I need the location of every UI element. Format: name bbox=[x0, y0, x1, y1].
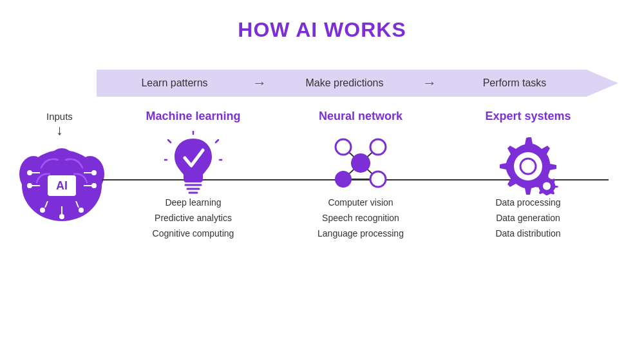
es-item-3: Data distribution bbox=[495, 226, 560, 242]
arrow-sep-2: → bbox=[422, 75, 437, 92]
arrow-label-1: Learn patterns bbox=[97, 77, 252, 89]
arrow-sep-1: → bbox=[252, 75, 267, 92]
es-component: Expert systems Data processing Data gene… bbox=[457, 110, 599, 241]
svg-point-8 bbox=[91, 183, 97, 188]
svg-point-6 bbox=[27, 183, 32, 188]
nn-title: Neural network bbox=[319, 110, 402, 123]
brain-icon: AI bbox=[14, 134, 109, 229]
svg-line-23 bbox=[216, 140, 218, 142]
gear-icon bbox=[496, 131, 560, 195]
ml-component: Machine learning Deep learning Predictiv… bbox=[122, 110, 264, 241]
arrow-label-3: Perform tasks bbox=[437, 77, 618, 89]
svg-line-22 bbox=[168, 140, 171, 142]
svg-point-7 bbox=[91, 170, 97, 175]
svg-point-39 bbox=[514, 152, 542, 180]
svg-point-34 bbox=[336, 139, 351, 155]
nn-item-2: Speech recognition bbox=[317, 211, 404, 226]
ml-item-1: Deep learning bbox=[153, 195, 234, 211]
brain-container: AI bbox=[14, 134, 109, 232]
ml-list: Deep learning Predictive analytics Cogni… bbox=[153, 195, 234, 241]
neural-network-icon bbox=[332, 131, 390, 195]
svg-point-38 bbox=[370, 171, 386, 187]
svg-point-41 bbox=[543, 182, 551, 190]
lightbulb-icon bbox=[164, 131, 222, 195]
es-item-2: Data generation bbox=[495, 211, 560, 226]
svg-point-36 bbox=[370, 139, 386, 155]
ml-title: Machine learning bbox=[146, 110, 240, 123]
svg-point-5 bbox=[27, 170, 32, 175]
nn-item-1: Computer vision bbox=[317, 195, 404, 211]
svg-point-35 bbox=[352, 154, 370, 172]
svg-point-10 bbox=[59, 214, 64, 219]
svg-point-9 bbox=[40, 208, 45, 213]
ml-item-2: Predictive analytics bbox=[153, 211, 234, 226]
es-title: Expert systems bbox=[485, 110, 571, 123]
nn-component: Neural network Computer vision Speech re… bbox=[290, 110, 431, 241]
svg-point-37 bbox=[336, 171, 351, 187]
es-list: Data processing Data generation Data dis… bbox=[495, 195, 560, 241]
nn-list: Computer vision Speech recognition Langu… bbox=[317, 195, 404, 241]
arrow-labels: Learn patterns → Make predictions → Perf… bbox=[97, 64, 618, 102]
svg-text:AI: AI bbox=[56, 179, 68, 192]
page-title: HOW AI WORKS bbox=[0, 0, 644, 42]
ml-item-3: Cognitive computing bbox=[153, 226, 234, 242]
arrow-banner: Learn patterns → Make predictions → Perf… bbox=[97, 64, 618, 102]
es-item-1: Data processing bbox=[495, 195, 560, 211]
svg-point-11 bbox=[79, 208, 84, 213]
inputs-label: Inputs bbox=[46, 111, 73, 122]
nn-item-3: Language processing bbox=[317, 226, 404, 242]
arrow-label-2: Make predictions bbox=[267, 77, 422, 89]
